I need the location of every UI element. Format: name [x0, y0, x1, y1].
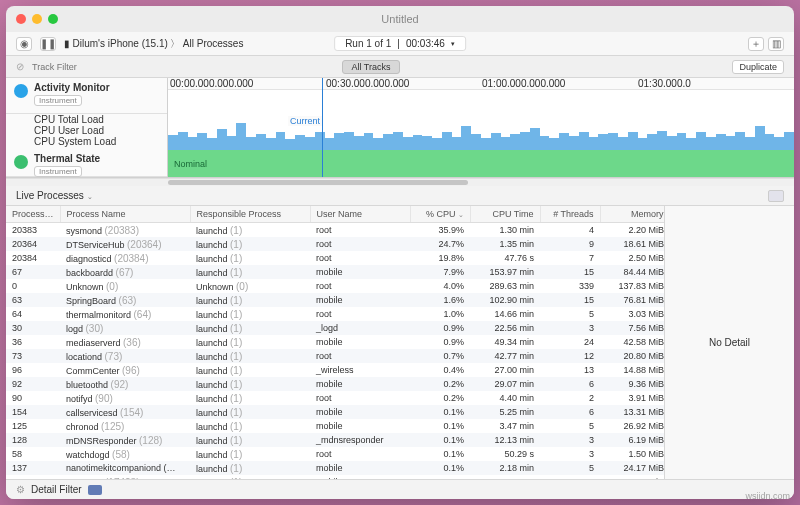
view-mode-button[interactable]: [768, 190, 784, 202]
gear-icon[interactable]: ⚙: [16, 484, 25, 495]
breadcrumb-device: Dilum's iPhone (15.1): [73, 38, 168, 49]
track-title: Thermal State: [34, 153, 100, 164]
watermark: wsiidn.com: [745, 491, 790, 501]
status-bar: ⚙ Detail Filter: [6, 479, 794, 499]
no-detail-label: No Detail: [709, 337, 750, 348]
thermal-graph[interactable]: Nominal: [168, 150, 794, 177]
table-row[interactable]: 125chronod (125)launchd (1)mobile0.1%3.4…: [6, 419, 664, 433]
playhead[interactable]: [322, 78, 323, 177]
col-header[interactable]: Process Name: [60, 206, 190, 223]
thermal-icon: [14, 155, 28, 169]
time-ruler: 00:00.000.000.000 00:30.000.000.000 01:0…: [168, 78, 794, 90]
table-row[interactable]: 90notifyd (90)launchd (1)root0.2%4.40 mi…: [6, 391, 664, 405]
cpu-total-label: CPU Total Load: [34, 114, 167, 125]
table-row[interactable]: 67backboardd (67)launchd (1)mobile7.9%15…: [6, 265, 664, 279]
table-row[interactable]: 154callservicesd (154)launchd (1)mobile0…: [6, 405, 664, 419]
tracks-panel: Activity Monitor Instrument CPU Total Lo…: [6, 78, 794, 178]
filter-icon: ⊘: [16, 61, 24, 72]
table-row[interactable]: 36mediaserverd (36)launchd (1)mobile0.9%…: [6, 335, 664, 349]
process-table[interactable]: Process…Process NameResponsible ProcessU…: [6, 206, 664, 479]
col-header[interactable]: Process…: [6, 206, 60, 223]
table-row[interactable]: 92bluetoothd (92)launchd (1)mobile0.2%29…: [6, 377, 664, 391]
window-title: Untitled: [381, 13, 418, 25]
table-row[interactable]: 0Unknown (0)Unknown (0)root4.0%289.63 mi…: [6, 279, 664, 293]
table-row[interactable]: 20364DTServiceHub (20364)launchd (1)root…: [6, 237, 664, 251]
run-info[interactable]: Run 1 of 1 | 00:03:46 ▾: [334, 36, 466, 51]
instrument-tag: Instrument: [34, 166, 82, 177]
filter-bar: ⊘ All Tracks Duplicate: [6, 56, 794, 78]
table-row[interactable]: 128mDNSResponder (128)launchd (1)_mdnsre…: [6, 433, 664, 447]
table-row[interactable]: 20384diagnosticd (20384)launchd (1)root1…: [6, 251, 664, 265]
add-button[interactable]: ＋: [748, 37, 764, 51]
current-label: Current: [288, 116, 322, 126]
col-header[interactable]: CPU Time: [470, 206, 540, 223]
run-label: Run 1 of 1: [345, 38, 391, 49]
pause-button[interactable]: ❚❚: [40, 37, 56, 51]
breadcrumb-process: All Processes: [183, 38, 244, 49]
process-view-select[interactable]: Live Processes⌄: [16, 190, 93, 201]
col-header[interactable]: Memory: [600, 206, 664, 223]
activity-icon: [14, 84, 28, 98]
process-selector-bar: Live Processes⌄: [6, 186, 794, 206]
run-time: 00:03:46: [406, 38, 445, 49]
timeline[interactable]: 00:00.000.000.000 00:30.000.000.000 01:0…: [168, 78, 794, 177]
table-row[interactable]: 20383sysmond (20383)launchd (1)root35.9%…: [6, 223, 664, 238]
timeline-scrollbar[interactable]: [6, 178, 794, 186]
thermal-value: Nominal: [168, 159, 207, 169]
track-thermal-state[interactable]: Thermal State Instrument: [6, 149, 167, 177]
breadcrumb[interactable]: ▮ Dilum's iPhone (15.1) 〉 All Processes: [64, 37, 243, 51]
app-window: Untitled ◉ ❚❚ ▮ Dilum's iPhone (15.1) 〉 …: [6, 6, 794, 499]
cpu-system-label: CPU System Load: [34, 136, 167, 147]
chevron-down-icon: ▾: [451, 40, 455, 48]
all-tracks-button[interactable]: All Tracks: [342, 60, 399, 74]
table-row[interactable]: 58watchdogd (58)launchd (1)root0.1%50.29…: [6, 447, 664, 461]
duplicate-button[interactable]: Duplicate: [732, 60, 784, 74]
detail-panel: No Detail: [664, 206, 794, 479]
titlebar: Untitled: [6, 6, 794, 32]
track-filter-input[interactable]: [32, 62, 172, 72]
cpu-user-label: CPU User Load: [34, 125, 167, 136]
track-sublabels: CPU Total Load CPU User Load CPU System …: [6, 114, 167, 149]
table-row[interactable]: 64thermalmonitord (64)launchd (1)root1.0…: [6, 307, 664, 321]
minimize-icon[interactable]: [32, 14, 42, 24]
table-row[interactable]: 137nanotimekitcompaniond (…launchd (1)mo…: [6, 461, 664, 475]
toolbar: ◉ ❚❚ ▮ Dilum's iPhone (15.1) 〉 All Proce…: [6, 32, 794, 56]
panel-toggle-button[interactable]: ▥: [768, 37, 784, 51]
track-activity-monitor[interactable]: Activity Monitor Instrument: [6, 78, 167, 114]
detail-filter-label[interactable]: Detail Filter: [31, 484, 82, 495]
instrument-tag: Instrument: [34, 95, 82, 106]
table-row[interactable]: 73locationd (73)launchd (1)root0.7%42.77…: [6, 349, 664, 363]
table-row[interactable]: 63SpringBoard (63)launchd (1)mobile1.6%1…: [6, 293, 664, 307]
col-header[interactable]: % CPU⌄: [410, 206, 470, 223]
col-header[interactable]: # Threads: [540, 206, 600, 223]
record-button[interactable]: ◉: [16, 37, 32, 51]
table-row[interactable]: 30logd (30)launchd (1)_logd0.9%22.56 min…: [6, 321, 664, 335]
close-icon[interactable]: [16, 14, 26, 24]
col-header[interactable]: Responsible Process: [190, 206, 310, 223]
phone-icon: ▮: [64, 38, 70, 49]
status-indicator: [88, 485, 102, 495]
maximize-icon[interactable]: [48, 14, 58, 24]
track-title: Activity Monitor: [34, 82, 110, 93]
col-header[interactable]: User Name: [310, 206, 410, 223]
table-row[interactable]: 96CommCenter (96)launchd (1)_wireless0.4…: [6, 363, 664, 377]
cpu-graph[interactable]: [168, 90, 794, 150]
